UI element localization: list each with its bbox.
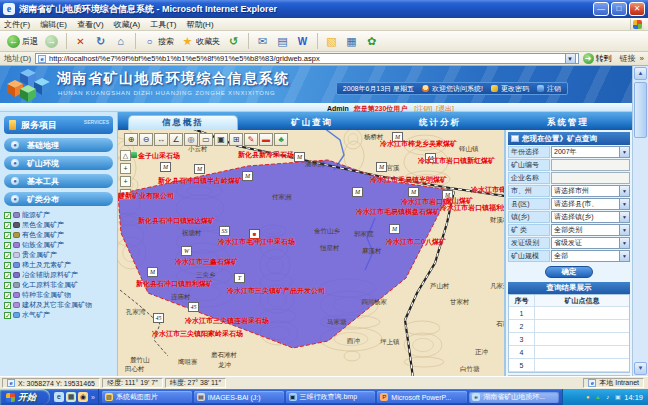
vegetation-tool[interactable]: ♣ <box>274 133 288 146</box>
query-text-input[interactable] <box>551 172 630 184</box>
go-button[interactable]: ➜ 转到 <box>583 53 612 64</box>
layer-checkbox[interactable]: ✓ <box>4 252 11 259</box>
taskbar-folder-window[interactable]: ▨系统截图图片 <box>102 391 192 403</box>
refresh-button[interactable]: ↻ <box>91 32 110 50</box>
query-text-input[interactable] <box>551 159 630 171</box>
sidebar-section-3[interactable]: ●矿类分布 <box>4 192 113 206</box>
layer-checkbox[interactable]: ✓ <box>4 292 11 299</box>
change-password-link[interactable]: 更改密码 <box>491 84 529 94</box>
plus-b-button[interactable]: + <box>120 176 131 187</box>
mine-label[interactable]: 冷水江市三尖镇阳家岭采石场 <box>152 329 243 339</box>
layer-item-2[interactable]: ✓有色金属矿产 <box>4 230 113 240</box>
address-dropdown-icon[interactable]: ▼ <box>565 53 576 64</box>
mine-label[interactable]: 冷水江市毛冲江中采石场 <box>218 237 295 247</box>
mine-marker[interactable]: M <box>294 152 305 162</box>
links-label[interactable]: 链接 <box>620 53 636 64</box>
back-button[interactable]: ←后退 <box>4 32 41 50</box>
mine-label[interactable]: 新化县新冷采石场 <box>238 150 294 160</box>
mine-marker[interactable]: T <box>234 273 245 283</box>
page-scrollbar[interactable]: ▲ ▼ <box>632 66 648 376</box>
forward-button[interactable]: → <box>42 32 61 50</box>
mine-label[interactable]: 冷水江市三尖镇矿产品开发公司 <box>227 286 325 296</box>
mine-marker[interactable]: M <box>194 164 205 174</box>
sidebar-section-2[interactable]: ●基本工具 <box>4 174 113 188</box>
ie-quicklaunch-icon[interactable]: e <box>54 392 64 402</box>
query-select[interactable]: 全部类别▼ <box>551 224 630 236</box>
logout-link[interactable]: 注销 <box>537 84 561 94</box>
network-icon[interactable]: ▣ <box>614 394 621 401</box>
mine-label[interactable]: 冷水江市铎山煤矿 <box>471 185 505 195</box>
taskbar-ie-window[interactable]: e湖南省矿山地质环... <box>469 391 559 403</box>
mine-label[interactable]: 金子山采石场 <box>131 151 180 161</box>
layer-checkbox[interactable]: ✓ <box>4 282 11 289</box>
shield-icon[interactable]: ▲ <box>594 394 601 401</box>
mine-label[interactable]: 冷水江市三鑫石煤矿 <box>175 257 238 267</box>
query-select[interactable]: 请选择镇(乡)▼ <box>551 211 630 223</box>
user-exit-link[interactable]: [退出] <box>436 105 454 112</box>
submit-button[interactable]: 确定 <box>545 266 593 278</box>
address-input[interactable]: e http://localhost/%e7%9f%bf%e5%b1%b1%e5… <box>35 53 578 64</box>
mine-label[interactable]: 冷水江市岩口镇新红煤矿 <box>418 156 495 166</box>
layer-checkbox[interactable]: ✓ <box>4 222 11 229</box>
mine-label[interactable]: 冷水江市三尖镇连岩采石场 <box>185 316 269 326</box>
query-select[interactable]: 2007年▼ <box>551 146 630 158</box>
menu-item-3[interactable]: 收藏(A) <box>114 19 141 30</box>
sidebar-section-1[interactable]: ●矿山环境 <box>4 156 113 170</box>
query-select[interactable]: 请选择县(市、▼ <box>551 198 630 210</box>
layer-checkbox[interactable]: ✓ <box>4 212 11 219</box>
mine-marker[interactable]: M <box>389 224 400 234</box>
favorites-button[interactable]: ★收藏夹 <box>178 32 223 50</box>
tab-1[interactable]: 矿山查询 <box>258 115 366 130</box>
mine-label[interactable]: 冷水江市梓龙乡吴家煤矿 <box>380 139 457 149</box>
menu-item-1[interactable]: 编辑(E) <box>40 19 67 30</box>
result-row-4[interactable]: 5 <box>509 359 629 372</box>
links-more-icon[interactable]: » <box>640 54 644 63</box>
map-viewport[interactable]: ⊕⊖↔∠◎▭▣⊞✎▬♣ △++M 小云村杨桥村铎山镇潘家洲上官溪付家洲财溪村祝塘… <box>118 130 505 376</box>
history-button[interactable]: ↺ <box>224 32 243 50</box>
layer-item-1[interactable]: ✓黑色金属矿产 <box>4 220 113 230</box>
volume-icon[interactable]: ♪ <box>604 394 611 401</box>
layer-item-7[interactable]: ✓化工原料非金属矿 <box>4 280 113 290</box>
layer-checkbox[interactable]: ✓ <box>4 242 11 249</box>
select-region-tool[interactable]: ▣ <box>214 133 228 146</box>
layer-item-0[interactable]: ✓能源矿产 <box>4 210 113 220</box>
taskbar-powerpoint-window[interactable]: PMicrosoft PowerP... <box>377 391 467 403</box>
menu-item-0[interactable]: 文件(F) <box>4 19 30 30</box>
tab-3[interactable]: 系统管理 <box>514 115 622 130</box>
mine-marker[interactable]: W <box>181 246 192 256</box>
layer-item-3[interactable]: ✓铂族金属矿产 <box>4 240 113 250</box>
mine-marker[interactable]: 45 <box>153 313 164 323</box>
mine-marker[interactable]: M <box>242 171 253 181</box>
mine-marker[interactable]: M <box>147 267 158 277</box>
plus-a-button[interactable]: + <box>120 163 131 174</box>
edit-button[interactable]: W <box>293 32 312 50</box>
menu-item-5[interactable]: 帮助(H) <box>186 19 213 30</box>
result-row-1[interactable]: 2 <box>509 320 629 333</box>
overview-button[interactable]: △ <box>120 150 131 161</box>
page-scroll-thumb[interactable] <box>634 82 647 138</box>
taskbar-drive-window[interactable]: ▤IMAGES-BAI (J:) <box>194 391 284 403</box>
search-button[interactable]: ○搜索 <box>140 32 177 50</box>
zoom-window-tool[interactable]: ⊞ <box>229 133 243 146</box>
zoom-out-tool[interactable]: ⊖ <box>139 133 153 146</box>
layer-item-10[interactable]: ✓水气矿产 <box>4 310 113 320</box>
tools-button[interactable]: ▦ <box>342 32 361 50</box>
mine-label[interactable]: 冷水江市二0八煤矿 <box>386 237 446 247</box>
mine-marker[interactable]: 45 <box>188 302 199 312</box>
query-select[interactable]: 全部▼ <box>551 250 630 262</box>
layer-checkbox[interactable]: ✓ <box>4 312 11 319</box>
mine-label[interactable]: 建新矿业有限公司 <box>118 191 174 201</box>
start-button[interactable]: 开始 <box>0 389 50 405</box>
update-icon[interactable]: ● <box>584 394 591 401</box>
query-select[interactable]: 请选择市州▼ <box>551 185 630 197</box>
draw-tool[interactable]: ✎ <box>244 133 258 146</box>
mine-marker[interactable]: SS <box>219 226 230 236</box>
menu-item-2[interactable]: 查看(V) <box>77 19 104 30</box>
mine-label[interactable]: 新化县石冲口镇胜利煤矿 <box>136 279 213 289</box>
layer-item-6[interactable]: ✓冶金辅助原料矿产 <box>4 270 113 280</box>
taskbar-image-window[interactable]: ▣三维行政查询.bmp <box>286 391 376 403</box>
mine-marker[interactable]: M <box>376 162 387 172</box>
mine-label[interactable]: 冷水江市毛易镇光明煤矿 <box>370 175 447 185</box>
user-logout-link[interactable]: [注销] <box>414 105 432 112</box>
measure-tool[interactable]: ∠ <box>169 133 183 146</box>
